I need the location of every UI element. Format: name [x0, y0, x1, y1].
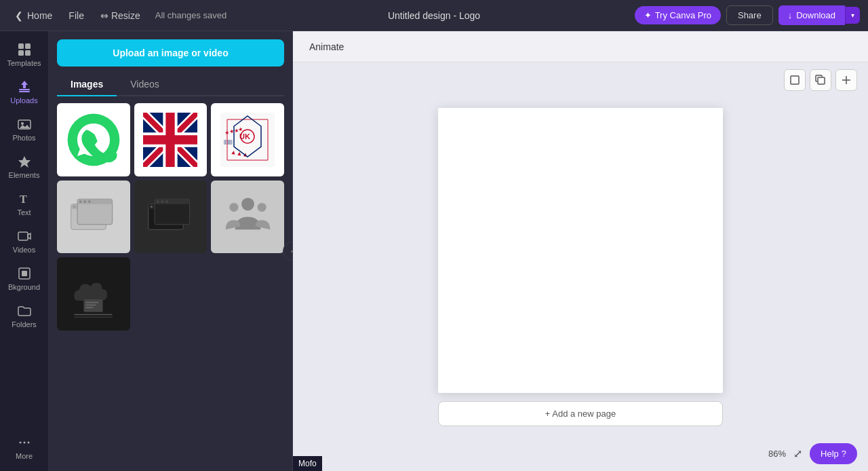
resize-label: Resize — [111, 10, 140, 21]
svg-text:|||||||: ||||||| — [224, 139, 233, 145]
download-caret-button[interactable]: ▾ — [845, 7, 860, 24]
svg-point-44 — [241, 197, 254, 210]
svg-point-33 — [88, 200, 91, 203]
uploads-icon — [17, 79, 32, 94]
more-icon — [17, 435, 32, 450]
list-item[interactable] — [57, 257, 130, 331]
svg-point-14 — [23, 442, 25, 444]
topnav-right: ✦ Try Canva Pro Share ↓ Download ▾ — [578, 5, 860, 25]
home-button[interactable]: ❮ Home — [8, 7, 59, 24]
list-item[interactable] — [57, 181, 130, 254]
add-button[interactable] — [835, 69, 857, 91]
svg-point-45 — [229, 203, 238, 212]
crop-button[interactable] — [784, 69, 806, 91]
sidebar-item-photos[interactable]: Photos — [3, 111, 46, 147]
bottom-bar: 86% ⤢ Help ? — [768, 443, 857, 464]
animate-button[interactable]: Animate — [304, 39, 349, 55]
topnav-center: Untitled design - Logo — [293, 10, 575, 21]
uploads-panel: Upload an image or video Images Videos — [49, 31, 293, 471]
list-item[interactable] — [57, 103, 130, 176]
svg-point-32 — [84, 200, 87, 203]
svg-point-43 — [165, 200, 168, 203]
svg-point-13 — [19, 442, 21, 444]
svg-point-26 — [73, 206, 76, 208]
sidebar-item-folders[interactable]: Folders — [3, 298, 46, 334]
svg-point-41 — [157, 200, 159, 203]
svg-rect-2 — [18, 50, 24, 56]
file-button[interactable]: File — [62, 7, 91, 24]
upload-label: Upload an image or video — [113, 48, 228, 58]
download-button[interactable]: ↓ Download — [778, 5, 845, 25]
copy-icon — [815, 75, 826, 86]
svg-rect-12 — [22, 271, 27, 276]
help-button[interactable]: Help ? — [810, 443, 857, 464]
add-page-label: + Add a new page — [545, 409, 616, 419]
help-icon: ? — [842, 449, 846, 459]
sidebar-item-elements-label: Elements — [9, 171, 40, 179]
tab-images[interactable]: Images — [57, 73, 117, 96]
sidebar-item-background[interactable]: Bkground — [3, 261, 46, 297]
list-item[interactable] — [134, 181, 208, 254]
list-item[interactable] — [134, 103, 208, 176]
sidebar-item-text-label: Text — [17, 208, 31, 216]
images-grid: ★★★★ ||||||| ▲▲▲ UK — [57, 103, 284, 331]
background-icon — [17, 266, 32, 281]
svg-rect-10 — [18, 232, 28, 240]
canvas-toolbar: Animate — [293, 31, 868, 62]
crop-icon — [789, 75, 800, 86]
copy-button[interactable] — [810, 69, 831, 91]
text-icon: T — [17, 191, 32, 206]
svg-point-36 — [150, 206, 153, 208]
sidebar-item-uploads-label: Uploads — [10, 96, 37, 105]
svg-rect-3 — [25, 50, 31, 56]
sidebar-navigation: Templates Uploads Photos — [0, 31, 49, 471]
tab-videos-label: Videos — [130, 79, 159, 90]
svg-rect-4 — [19, 89, 30, 90]
chevron-left-icon: ❮ — [15, 10, 23, 21]
mofo-label: Mofo — [293, 456, 322, 471]
home-label: Home — [27, 10, 52, 21]
sidebar-item-more[interactable]: More — [3, 430, 46, 466]
try-pro-button[interactable]: ✦ Try Canva Pro — [635, 6, 721, 24]
sidebar-item-templates[interactable]: Templates — [3, 37, 46, 73]
add-page-button[interactable]: + Add a new page — [438, 401, 723, 426]
download-group: ↓ Download ▾ — [778, 5, 860, 25]
resize-button[interactable]: ⇔ Resize — [94, 7, 147, 24]
try-pro-label: Try Canva Pro — [655, 10, 711, 20]
svg-rect-48 — [86, 301, 99, 303]
photos-icon — [17, 117, 32, 132]
sidebar-item-uploads[interactable]: Uploads — [3, 74, 46, 110]
svg-point-42 — [161, 200, 163, 203]
file-label: File — [68, 10, 84, 21]
upload-button[interactable]: Upload an image or video — [57, 39, 284, 67]
svg-rect-0 — [18, 43, 24, 49]
uploads-panel-inner: Upload an image or video Images Videos — [49, 31, 292, 471]
svg-point-31 — [79, 200, 82, 203]
svg-rect-50 — [86, 307, 94, 308]
sidebar-item-videos[interactable]: Videos — [3, 223, 46, 259]
saved-status: All changes saved — [155, 10, 227, 20]
design-canvas[interactable] — [438, 108, 723, 393]
canvas-controls — [784, 69, 857, 91]
list-item[interactable]: ★★★★ ||||||| ▲▲▲ UK — [211, 103, 284, 176]
svg-rect-54 — [818, 77, 825, 84]
expand-button[interactable]: ⤢ — [791, 445, 804, 462]
plus-icon — [841, 75, 852, 86]
videos-icon — [17, 229, 32, 244]
sidebar-item-background-label: Bkground — [8, 283, 40, 291]
download-label: Download — [796, 10, 835, 20]
templates-icon — [17, 42, 32, 57]
canvas-scroll-area[interactable]: + Add a new page — [293, 62, 868, 471]
main-body: Templates Uploads Photos — [0, 31, 868, 471]
list-item[interactable] — [211, 181, 284, 254]
design-title: Untitled design - Logo — [388, 10, 480, 21]
svg-point-46 — [257, 203, 266, 212]
sidebar-item-photos-label: Photos — [12, 134, 35, 142]
tab-videos[interactable]: Videos — [117, 73, 173, 96]
share-button[interactable]: Share — [726, 5, 773, 25]
sidebar-item-text[interactable]: T Text — [3, 186, 46, 222]
caret-down-icon: ▾ — [851, 12, 854, 19]
share-label: Share — [738, 10, 762, 20]
sidebar-item-elements[interactable]: Elements — [3, 149, 46, 185]
svg-point-7 — [21, 122, 24, 125]
